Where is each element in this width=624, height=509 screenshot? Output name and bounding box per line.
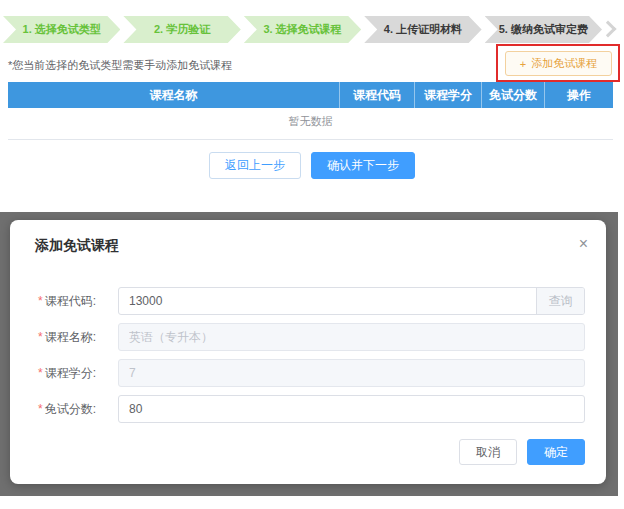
column-header-course-name: 课程名称 bbox=[8, 82, 339, 108]
exempt-score-label: *免试分数: bbox=[38, 401, 118, 418]
dialog-title: 添加免试课程 bbox=[35, 237, 119, 255]
wizard-tail-arrow-icon bbox=[600, 21, 617, 38]
exemption-application-page: 1. 选择免试类型 2. 学历验证 3. 选择免试课程 4. 上传证明材料 5.… bbox=[0, 0, 624, 509]
confirm-next-button[interactable]: 确认并下一步 bbox=[311, 152, 415, 179]
back-button[interactable]: 返回上一步 bbox=[209, 152, 301, 179]
add-course-dialog: 添加免试课程 × *课程代码: 查询 *课程名称: bbox=[10, 220, 606, 484]
form-row-course-credit: *课程学分: bbox=[38, 359, 585, 387]
required-asterisk: * bbox=[38, 366, 43, 380]
dialog-footer: 取消 确定 bbox=[459, 439, 585, 465]
wizard-step-1: 1. 选择免试类型 bbox=[3, 16, 120, 43]
form-row-exempt-score: *免试分数: bbox=[38, 395, 585, 423]
column-header-course-code: 课程代码 bbox=[339, 82, 414, 108]
column-header-operation: 操作 bbox=[544, 82, 613, 108]
course-name-label-text: 课程名称: bbox=[45, 330, 96, 344]
add-course-button[interactable]: + 添加免试课程 bbox=[505, 51, 612, 76]
course-name-input bbox=[119, 324, 584, 350]
modal-backdrop: 添加免试课程 × *课程代码: 查询 *课程名称: bbox=[0, 212, 618, 496]
column-header-exempt-score: 免试分数 bbox=[481, 82, 544, 108]
required-asterisk: * bbox=[38, 402, 43, 416]
course-code-input-group: 查询 bbox=[118, 287, 585, 315]
course-table-header: 课程名称 课程代码 课程学分 免试分数 操作 bbox=[8, 82, 613, 108]
dialog-close-button[interactable]: × bbox=[575, 232, 592, 256]
wizard-step-4: 4. 上传证明材料 bbox=[364, 16, 481, 43]
manual-add-note: *您当前选择的免试类型需要手动添加免试课程 bbox=[8, 58, 232, 73]
step-wizard: 1. 选择免试类型 2. 学历验证 3. 选择免试课程 4. 上传证明材料 5.… bbox=[3, 16, 602, 43]
plus-icon: + bbox=[520, 58, 526, 70]
wizard-step-3: 3. 选择免试课程 bbox=[244, 16, 361, 43]
step-action-bar: 返回上一步 确认并下一步 bbox=[0, 152, 624, 179]
form-row-course-name: *课程名称: bbox=[38, 323, 585, 351]
close-icon: × bbox=[579, 235, 588, 252]
exempt-score-label-text: 免试分数: bbox=[45, 402, 96, 416]
course-code-label-text: 课程代码: bbox=[45, 294, 96, 308]
cancel-button[interactable]: 取消 bbox=[459, 439, 517, 465]
confirm-button[interactable]: 确定 bbox=[527, 439, 585, 465]
required-asterisk: * bbox=[38, 330, 43, 344]
wizard-step-5: 5. 缴纳免试审定费 bbox=[485, 16, 602, 43]
column-header-course-credit: 课程学分 bbox=[414, 82, 481, 108]
exempt-score-input[interactable] bbox=[119, 396, 584, 422]
course-code-input[interactable] bbox=[119, 288, 536, 314]
form-row-course-code: *课程代码: 查询 bbox=[38, 287, 585, 315]
query-button[interactable]: 查询 bbox=[536, 288, 584, 314]
course-credit-input bbox=[119, 360, 584, 386]
wizard-step-2: 2. 学历验证 bbox=[123, 16, 240, 43]
exempt-score-input-group bbox=[118, 395, 585, 423]
add-course-button-label: 添加免试课程 bbox=[531, 56, 597, 71]
course-credit-label: *课程学分: bbox=[38, 365, 118, 382]
table-empty-text: 暂无数据 bbox=[8, 108, 613, 139]
course-credit-input-group bbox=[118, 359, 585, 387]
course-credit-label-text: 课程学分: bbox=[45, 366, 96, 380]
course-table: 课程名称 课程代码 课程学分 免试分数 操作 暂无数据 bbox=[8, 82, 613, 140]
required-asterisk: * bbox=[38, 294, 43, 308]
course-code-label: *课程代码: bbox=[38, 293, 118, 310]
course-name-input-group bbox=[118, 323, 585, 351]
course-name-label: *课程名称: bbox=[38, 329, 118, 346]
